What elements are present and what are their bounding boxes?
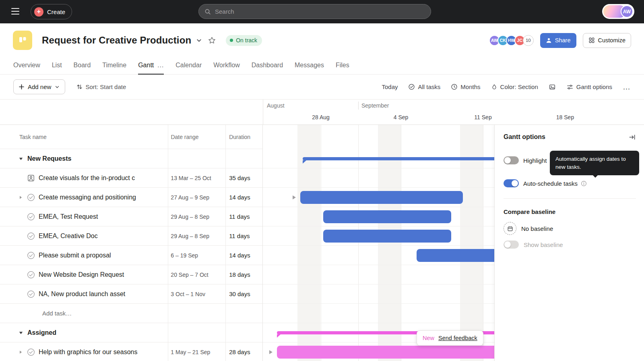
- task-row[interactable]: Create visuals for the in-product c13 Ma…: [0, 168, 262, 188]
- task-row[interactable]: Help with graphics for our seasons1 May …: [0, 342, 262, 361]
- check-circle-icon[interactable]: [27, 271, 35, 279]
- baseline-dashed-circle: [504, 222, 516, 235]
- section-row[interactable]: New Requests: [0, 149, 262, 168]
- bar-expand-arrow-icon[interactable]: [293, 195, 296, 199]
- task-bar[interactable]: [323, 230, 451, 243]
- duration-cell: 35 days: [225, 174, 262, 181]
- status-badge[interactable]: On track: [226, 35, 262, 46]
- info-icon[interactable]: [581, 180, 587, 187]
- show-baseline-toggle[interactable]: [504, 241, 519, 249]
- check-circle-icon[interactable]: [27, 251, 35, 259]
- asana-gantt-app: + Create AW Request for Creative Product…: [0, 0, 644, 361]
- no-baseline-selector[interactable]: No baseline: [504, 222, 636, 235]
- share-button[interactable]: Share: [540, 33, 576, 48]
- task-name[interactable]: NA, New product launch asset: [39, 290, 125, 298]
- tab-overview[interactable]: Overview: [13, 62, 40, 75]
- user-avatar[interactable]: AW: [621, 5, 633, 18]
- show-baseline-label: Show baseline: [524, 241, 563, 248]
- table-chart-divider: [263, 100, 263, 125]
- tab-gantt[interactable]: Gantt…: [138, 62, 164, 75]
- month-label: August: [267, 102, 285, 109]
- panel-title: Gantt options: [504, 133, 545, 141]
- sort-arrows-icon: [76, 84, 83, 90]
- show-baseline-row: Show baseline: [504, 241, 636, 249]
- new-badge: New: [423, 335, 434, 341]
- tab-board[interactable]: Board: [74, 62, 91, 75]
- hamburger-menu-icon[interactable]: [11, 8, 19, 15]
- today-button[interactable]: Today: [382, 83, 398, 90]
- share-label: Share: [555, 37, 571, 44]
- task-name[interactable]: EMEA, Test Request: [39, 213, 98, 220]
- highlight-toggle[interactable]: [504, 156, 519, 164]
- task-row[interactable]: Please submit a proposal6 – 19 Sep14 day…: [0, 246, 262, 265]
- sort-control[interactable]: Sort: Start date: [76, 83, 126, 90]
- task-row[interactable]: EMEA, Test Request29 Aug – 8 Sep11 days: [0, 207, 262, 226]
- task-name[interactable]: Create messaging and positioning: [39, 194, 136, 201]
- chevron-down-icon[interactable]: [196, 37, 202, 44]
- check-circle-icon[interactable]: [27, 290, 35, 298]
- collapse-panel-icon[interactable]: [628, 133, 636, 141]
- duration-cell: 14 days: [225, 194, 262, 201]
- auto-schedule-toggle[interactable]: [504, 179, 519, 187]
- expand-arrow-icon[interactable]: [19, 350, 23, 354]
- add-task-label[interactable]: Add task…: [42, 310, 72, 317]
- date-range-cell: 3 Oct – 1 Nov: [167, 291, 225, 297]
- create-button[interactable]: + Create: [31, 4, 72, 19]
- no-baseline-label: No baseline: [521, 225, 553, 232]
- tab-overflow-icon[interactable]: …: [157, 64, 164, 67]
- task-row[interactable]: NA, New product launch asset3 Oct – 1 No…: [0, 284, 262, 304]
- expand-arrow-icon[interactable]: [19, 195, 23, 199]
- check-circle-icon[interactable]: [27, 213, 35, 221]
- task-row[interactable]: Create messaging and positioning27 Aug –…: [0, 188, 262, 207]
- task-name[interactable]: Create visuals for the in-product c: [39, 174, 135, 182]
- task-name[interactable]: Help with graphics for our seasons: [39, 349, 137, 356]
- section-chevron-icon[interactable]: [19, 156, 23, 161]
- task-bar[interactable]: [323, 210, 451, 223]
- portrait-icon[interactable]: [27, 174, 35, 182]
- export-image-button[interactable]: [549, 83, 556, 91]
- task-name[interactable]: Please submit a proposal: [39, 252, 111, 259]
- search-bar[interactable]: [198, 4, 431, 19]
- month-label: September: [361, 102, 389, 109]
- task-bar[interactable]: [300, 191, 463, 204]
- tab-files[interactable]: Files: [336, 62, 349, 75]
- favorite-star-icon[interactable]: [208, 36, 216, 45]
- tab-messages[interactable]: Messages: [295, 62, 324, 75]
- color-by-control[interactable]: Color: Section: [491, 83, 538, 90]
- duration-cell: 18 days: [225, 271, 262, 278]
- task-name[interactable]: EMEA, Creative Doc: [39, 232, 98, 240]
- task-name[interactable]: New Website Design Request: [39, 271, 124, 278]
- section-row[interactable]: Assigned: [0, 323, 262, 342]
- image-icon: [549, 83, 556, 91]
- gantt-options-button[interactable]: Gantt options: [566, 83, 612, 91]
- check-circle-icon[interactable]: [27, 193, 35, 201]
- tab-calendar[interactable]: Calendar: [175, 62, 202, 75]
- member-overflow-count[interactable]: 10: [523, 35, 534, 46]
- task-row[interactable]: EMEA, Creative Doc29 Aug – 8 Sep11 days: [0, 226, 262, 246]
- zoom-level-control[interactable]: Months: [451, 83, 480, 90]
- tab-dashboard[interactable]: Dashboard: [252, 62, 283, 75]
- check-circle-icon[interactable]: [27, 348, 35, 356]
- add-new-button[interactable]: Add new: [13, 79, 65, 94]
- customize-button[interactable]: Customize: [583, 33, 632, 48]
- status-dot: [230, 39, 233, 42]
- project-icon[interactable]: [13, 31, 32, 50]
- bar-expand-arrow-icon[interactable]: [269, 350, 272, 354]
- toolbar-overflow-icon[interactable]: …: [623, 83, 631, 91]
- send-feedback-link[interactable]: Send feedback: [438, 335, 477, 341]
- tab-list[interactable]: List: [52, 62, 62, 75]
- table-header-row: Task name Date range Duration: [0, 125, 262, 149]
- section-chevron-icon[interactable]: [19, 330, 23, 335]
- check-circle-icon[interactable]: [27, 232, 35, 240]
- gantt-body: Task name Date range Duration New Reques…: [0, 125, 644, 361]
- user-menu[interactable]: AW: [602, 4, 634, 19]
- search-input[interactable]: [215, 8, 408, 15]
- section-name[interactable]: New Requests: [27, 155, 71, 162]
- task-row[interactable]: New Website Design Request20 Sep – 7 Oct…: [0, 265, 262, 284]
- tab-timeline[interactable]: Timeline: [102, 62, 126, 75]
- date-range-cell: 20 Sep – 7 Oct: [167, 272, 225, 278]
- tab-workflow[interactable]: Workflow: [213, 62, 240, 75]
- all-tasks-filter[interactable]: All tasks: [408, 83, 440, 90]
- section-name[interactable]: Assigned: [27, 329, 56, 336]
- add-task-row[interactable]: Add task…: [0, 304, 262, 323]
